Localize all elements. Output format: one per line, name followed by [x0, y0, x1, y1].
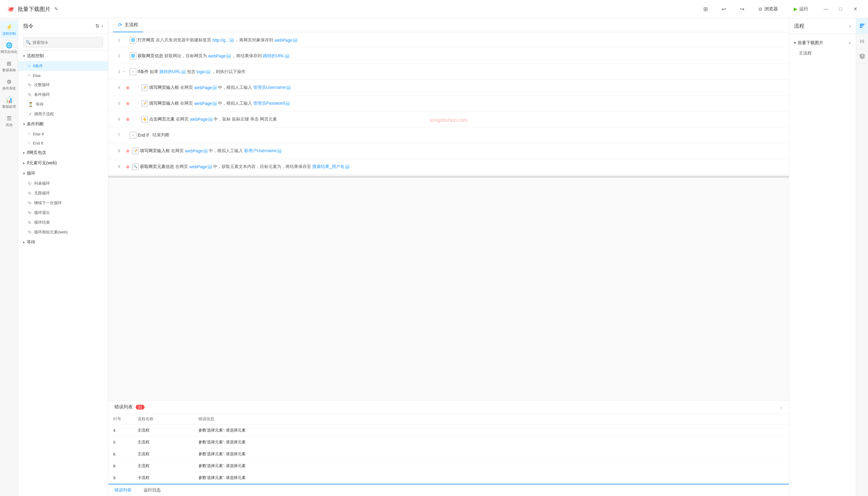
- flow-row-7[interactable]: 7 ⑂ End If 结束判断: [108, 127, 789, 143]
- nav-item-data-proc[interactable]: 📊 数据处理: [1, 94, 18, 111]
- right-tab-var[interactable]: {x}: [856, 33, 868, 49]
- main-layout: ⚡ 流程控制 🌐 网页自动化 ⊞ 数据表格 ⚙ 操作系统 📊 数据处理 ☰ 其他: [0, 18, 868, 496]
- sidebar-item-loop-end[interactable]: ↻ 循环结束: [18, 218, 108, 227]
- save-button[interactable]: ⊞: [699, 4, 712, 15]
- sidebar-item-count-loop[interactable]: ↻ 次数循环: [18, 80, 108, 90]
- row-error-9: ⊗: [125, 164, 131, 169]
- row-content-2: 🌐 获取网页信息 获取网址，目标网页为 webPage {x} ，将结果保存到 …: [130, 53, 783, 59]
- error-row-8[interactable]: 8 主流程 参数'选择元素': 请选择元素: [108, 460, 789, 472]
- tree-label-main: 主流程: [799, 50, 812, 56]
- flow-row-4[interactable]: 4 ⊗ 📝 填写网页输入框 在网页 webPage {x} 中，模拟人工输入 管…: [108, 80, 789, 95]
- right-tab-flow[interactable]: [856, 18, 868, 33]
- minimize-button[interactable]: —: [821, 4, 832, 15]
- sidebar-item-loop-exit[interactable]: ↻ 循环退出: [18, 208, 108, 218]
- cmd-icon-5: 📝: [141, 100, 148, 107]
- sidebar-item-call-sub[interactable]: ↗ 调用子流程: [18, 109, 108, 119]
- tree-add-icon[interactable]: +: [849, 41, 851, 45]
- row-error-4: ⊗: [125, 85, 131, 90]
- webpage-var-8: webPage {x}: [185, 149, 207, 153]
- sidebar-item-end-if[interactable]: ⑂ End If: [18, 138, 108, 148]
- close-button[interactable]: ✕: [850, 4, 861, 15]
- category-wait[interactable]: ▸ 等待: [18, 237, 108, 247]
- flow-tree-root[interactable]: ▾ 批量下载图片 +: [789, 38, 856, 48]
- nav-item-web-auto[interactable]: 🌐 网页自动化: [1, 40, 18, 57]
- search-result-var: 搜索结果_用户名 {x}: [312, 164, 350, 170]
- category-flow-control[interactable]: ▾ 流程控制: [18, 51, 108, 61]
- category-if-webpage[interactable]: ▸ If网页包含: [18, 148, 108, 158]
- tab-run-log[interactable]: 运行日志: [138, 484, 167, 496]
- new-username-var-8: 新用户Username {x}: [244, 148, 281, 154]
- error-row-5[interactable]: 5 主流程 参数'选择元素': 请选择元素: [108, 436, 789, 448]
- search-icon: 🔍: [26, 40, 31, 45]
- category-if-elem-visible[interactable]: ▸ If元素可见(web): [18, 158, 108, 168]
- error-row-9[interactable]: 9 卡流程 参数'选择元素': 请选择元素: [108, 472, 789, 484]
- right-tab-layers[interactable]: [856, 49, 868, 64]
- center-content: ⟳ 主流程 1 🌐 打开网页 在八爪鱼浏览器中新建标签页: [108, 18, 789, 496]
- flow-tab-label: 主流程: [124, 22, 138, 28]
- run-button[interactable]: ▶ 运行: [788, 4, 815, 15]
- flow-content[interactable]: 1 🌐 打开网页 在八爪鱼浏览器中新建标签页 http://g... {x} ，…: [108, 32, 789, 400]
- webpage-var-1: webPage {x}: [275, 38, 297, 43]
- col-header-flow: 流程名称: [133, 414, 193, 424]
- nav-item-others[interactable]: ☰ 其他: [1, 113, 18, 130]
- cmd-name-5: 填写网页输入框: [149, 101, 179, 106]
- loop-similar-icon: ↻: [28, 230, 32, 235]
- cmd-name-8: 填写网页输入框: [140, 148, 170, 154]
- sidebar-item-list-loop[interactable]: ↻ 列表循环: [18, 179, 108, 188]
- row-minus-3: −: [122, 69, 128, 75]
- tab-error-list[interactable]: 错误列表: [108, 484, 138, 496]
- flow-row-3[interactable]: 3 − ⑂ If条件 如果 跳转的URL {x} 包含 login {x} ，则…: [108, 64, 789, 80]
- right-panel-expand-icon[interactable]: ›: [850, 24, 851, 29]
- row-num-6: 6: [114, 117, 124, 121]
- row-content-7: ⑂ End If 结束判断: [130, 132, 783, 138]
- sidebar-item-wait[interactable]: ⏳ 等待: [18, 99, 108, 109]
- sidebar-item-else-if[interactable]: ⑂ Else If: [18, 129, 108, 138]
- browser-button[interactable]: ⊙ 浏览器: [754, 4, 783, 15]
- webpage-var-4: webPage {x}: [194, 85, 217, 90]
- sidebar-item-loop-similar[interactable]: ↻ 循环相似元素(web): [18, 227, 108, 237]
- flow-tree-main[interactable]: 主流程: [789, 48, 856, 59]
- title-bar-center: ⊞ ↩ ↪ ⊙ 浏览器 ▶ 运行: [699, 4, 815, 15]
- cmd-icon-3: ⑂: [130, 68, 136, 75]
- category-cond-judge[interactable]: ▾ 条件判断: [18, 119, 108, 129]
- redo-button[interactable]: ↪: [735, 4, 749, 15]
- maximize-button[interactable]: □: [835, 4, 846, 15]
- error-row-6[interactable]: 6 主流程 参数'选择元素': 请选择元素: [108, 448, 789, 460]
- error-panel-header[interactable]: 错误列表 21 ⌄: [108, 401, 789, 414]
- flow-row-5[interactable]: 5 ⊗ 📝 填写网页输入框 在网页 webPage {x} 中，模拟人工输入 管…: [108, 95, 789, 111]
- list-loop-icon: ↻: [28, 181, 32, 186]
- end-if-icon: ⑂: [28, 141, 30, 145]
- category-loop[interactable]: ▾ 循环: [18, 168, 108, 179]
- sidebar-item-continue-loop[interactable]: ↻ 继续下一次循环: [18, 198, 108, 208]
- cmd-icon-6: 👆: [141, 116, 148, 123]
- sidebar-item-infinite-loop[interactable]: ↻ 无限循环: [18, 188, 108, 198]
- undo-button[interactable]: ↩: [717, 4, 730, 15]
- flow-row-2[interactable]: 2 🌐 获取网页信息 获取网址，目标网页为 webPage {x} ，将结果保存…: [108, 48, 789, 64]
- nav-item-flow-control[interactable]: ⚡ 流程控制: [1, 21, 18, 38]
- search-wrapper: 🔍: [23, 37, 103, 47]
- arrow-flow-control: ▾: [23, 54, 25, 58]
- var-tab-label: {x}: [860, 39, 864, 43]
- search-input[interactable]: [23, 37, 103, 47]
- flow-row-8[interactable]: 8 ⊗ 📝 填写网页输入框 在网页 webPage {x} 中，模拟人工输入 新…: [108, 143, 789, 159]
- webpage-var-9: webPage {x}: [189, 164, 212, 169]
- sort-icon[interactable]: ⇅: [95, 23, 99, 29]
- row-num-1: 1: [114, 38, 124, 42]
- others-icon: ☰: [7, 115, 12, 122]
- sidebar-item-cond-loop[interactable]: ↻ 条件循环: [18, 90, 108, 99]
- flow-row-6[interactable]: 6 ⊗ 👆 点击网页元素 在网页 webPage {x} 中，鼠标 鼠标左键 单…: [108, 111, 789, 127]
- error-rownum-9: 9: [108, 472, 133, 484]
- flow-tab-main[interactable]: ⟳ 主流程: [113, 18, 143, 32]
- flow-row-9[interactable]: 9 ⊗ 🔍 获取网页元素信息 在网页 webPage {x} 中，获取元素文本内…: [108, 159, 789, 175]
- flow-row-1[interactable]: 1 🌐 打开网页 在八爪鱼浏览器中新建标签页 http://g... {x} ，…: [108, 32, 789, 48]
- username-var-4: 管理员Username {x}: [253, 85, 291, 90]
- edit-icon[interactable]: ✎: [54, 6, 58, 12]
- error-panel-arrow: ⌄: [779, 405, 783, 409]
- nav-item-data-table[interactable]: ⊞ 数据表格: [1, 58, 18, 75]
- sidebar-item-else[interactable]: ⑂ Else: [18, 71, 108, 80]
- sidebar-item-if[interactable]: ⑂ If条件: [18, 61, 108, 71]
- collapse-icon[interactable]: ‹: [102, 23, 103, 29]
- nav-item-operations[interactable]: ⚙ 操作系统: [1, 76, 18, 93]
- error-row-4[interactable]: 4 主流程 参数'选择元素': 请选择元素: [108, 424, 789, 436]
- app-window: 🐙 批量下载图片 ✎ ⊞ ↩ ↪ ⊙ 浏览器 ▶ 运行 — □ ✕: [0, 0, 868, 496]
